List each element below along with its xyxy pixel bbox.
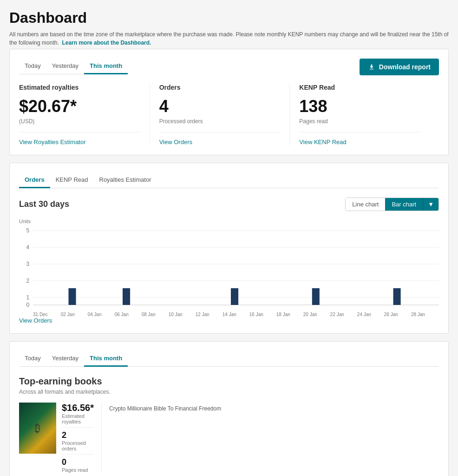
tab-books-today[interactable]: Today [19,351,46,367]
top-books-subtitle: Across all formats and marketplaces. [19,389,439,395]
book-name-0: Crypto Millionaire Bible To Financial Fr… [109,405,458,473]
x-tick-13: 26 Jan [384,312,398,317]
orders-sub: Processed orders [159,118,281,125]
chart-controls: Line chart Bar chart ▼ [345,198,439,211]
top-books-tabs: Today Yesterday This month [19,351,439,367]
svg-rect-12 [68,288,76,305]
tab-yesterday[interactable]: Yesterday [46,59,84,74]
chart-header: Last 30 days Line chart Bar chart ▼ [19,198,439,211]
kenp-label: KENP Read [299,84,420,91]
royalties-stat: Estimated royalties $20.67* (USD) View R… [19,84,150,145]
svg-text:1: 1 [26,294,29,301]
svg-text:3: 3 [26,261,29,267]
x-tick-1: 02 Jan [61,312,75,317]
top-books-title: Top-earning books [19,376,439,387]
svg-rect-14 [231,288,238,305]
orders-value: 4 [159,97,281,116]
book-royalty-0: $16.56* [62,403,94,413]
book-orders-0: 2 [62,430,94,440]
bar-chart-svg: 5 4 3 2 1 0 [19,226,439,310]
royalties-value: $20.67* [19,97,140,116]
x-tick-11: 22 Jan [330,312,344,317]
x-tick-7: 14 Jan [222,312,236,317]
book-cover-0: ₿ [19,403,56,454]
view-orders-chart-link[interactable]: View Orders [19,317,52,324]
x-tick-3: 06 Jan [115,312,129,317]
book-stats-0: $16.56* Estimated royalties 2 Processed … [62,403,94,473]
orders-label: Orders [159,84,281,91]
page-subtitle: All numbers are based on the time zone o… [9,30,449,47]
tab-royalties-estimator[interactable]: Royalties Estimator [94,172,157,188]
bar-chart-button[interactable]: Bar chart [385,198,423,211]
x-tick-12: 24 Jan [357,312,371,317]
book-orders-label-0: Processed orders [62,440,94,451]
tab-this-month[interactable]: This month [84,59,128,74]
svg-rect-16 [393,288,401,305]
x-tick-10: 20 Jan [303,312,317,317]
x-tick-0: 31 Dec [33,312,48,317]
royalties-label: Estimated royalties [19,84,140,91]
x-tick-14: 28 Jan [411,312,425,317]
tab-today[interactable]: Today [19,59,46,74]
tab-orders[interactable]: Orders [19,172,50,188]
svg-text:4: 4 [26,244,29,251]
tab-books-this-month[interactable]: This month [84,351,128,367]
book-pages-label-0: Pages read [62,467,94,473]
x-tick-6: 12 Jan [196,312,209,317]
chart-title: Last 30 days [19,199,69,209]
svg-rect-15 [312,288,320,305]
page-title: Dashboard [9,9,449,26]
top-books-card: Today Yesterday This month Top-earning b… [9,341,449,476]
tab-books-yesterday[interactable]: Yesterday [46,351,84,367]
kenp-sub: Pages read [299,118,420,125]
svg-text:5: 5 [26,227,29,234]
svg-text:0: 0 [26,302,29,308]
book-item-0: ₿ $16.56* Estimated royalties 2 Processe… [19,403,102,473]
learn-more-link[interactable]: Learn more about the Dashboard. [62,40,151,46]
x-tick-9: 18 Jan [276,312,290,317]
chart-area: Units 5 4 3 2 1 0 [19,218,439,311]
y-axis-label: Units [19,218,439,224]
summary-tabs: Today Yesterday This month [19,59,128,74]
download-report-button[interactable]: Download report [360,59,439,75]
view-kenp-link[interactable]: View KENP Read [299,139,346,145]
line-chart-button[interactable]: Line chart [346,198,385,211]
books-row: ₿ $16.56* Estimated royalties 2 Processe… [19,403,439,473]
summary-card: Today Yesterday This month Download repo… [9,49,449,155]
book-royalty-label-0: Estimated royalties [62,413,94,424]
svg-text:2: 2 [26,278,29,284]
chevron-down-icon: ▼ [428,201,434,208]
x-tick-5: 10 Jan [169,312,183,317]
svg-rect-13 [123,288,130,305]
chart-card: Orders KENP Read Royalties Estimator Las… [9,163,449,334]
download-icon [368,63,375,71]
royalties-sub: (USD) [19,118,140,125]
tab-kenp-read[interactable]: KENP Read [50,172,94,188]
chart-tabs: Orders KENP Read Royalties Estimator [19,172,439,188]
view-royalties-link[interactable]: View Royalties Estimator [19,139,86,145]
book-pages-0: 0 [62,457,94,467]
view-orders-link[interactable]: View Orders [159,139,192,145]
x-tick-8: 16 Jan [249,312,263,317]
x-tick-4: 08 Jan [142,312,156,317]
orders-stat: Orders 4 Processed orders View Orders [159,84,290,145]
stats-row: Estimated royalties $20.67* (USD) View R… [19,84,439,145]
x-tick-2: 04 Jan [88,312,102,317]
kenp-value: 138 [299,97,420,116]
chart-type-dropdown[interactable]: ▼ [423,198,438,211]
kenp-stat: KENP Read 138 Pages read View KENP Read [299,84,430,145]
